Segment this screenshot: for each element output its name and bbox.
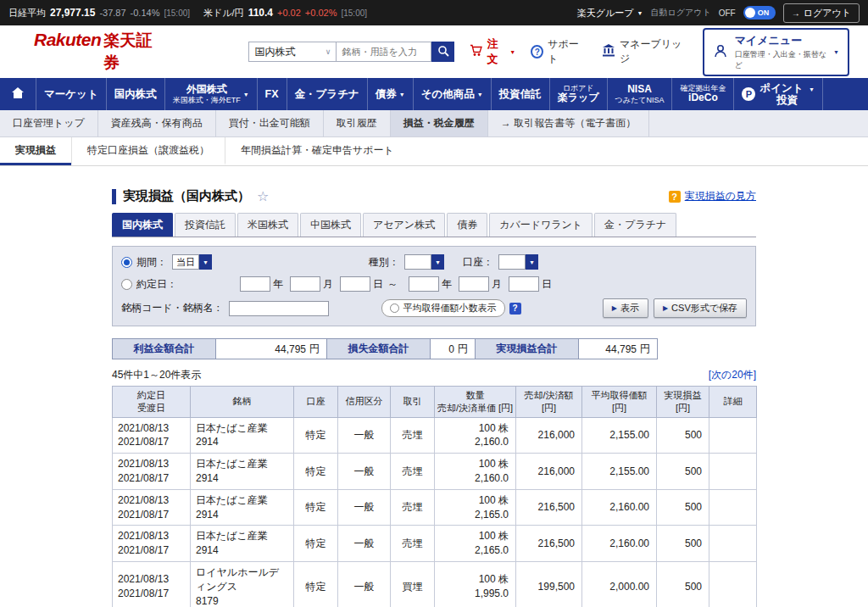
from-year-input[interactable]	[240, 276, 270, 292]
nav-item[interactable]: ロボアド 楽ラップ	[550, 78, 608, 110]
display-button[interactable]: ▶ 表示	[603, 298, 648, 318]
subnav-item[interactable]: 買付・出金可能額	[216, 110, 324, 136]
nav-point-line1: ポイント	[760, 82, 803, 94]
col-symbol: 銘柄	[191, 387, 294, 418]
product-tab-label: 債券	[457, 219, 477, 231]
cell-realized-pl: 500	[657, 526, 709, 562]
nav-item-line2: 楽ラップ	[558, 92, 599, 104]
nav-item[interactable]: 債券 ▼	[368, 78, 414, 110]
cell-margin-type: 一般	[338, 526, 391, 562]
nav-item[interactable]: 確定拠出年金 iDeCo	[672, 78, 734, 110]
subnav-item[interactable]: 資産残高・保有商品	[98, 110, 216, 136]
cell-symbol: 日本たばこ産業 2914	[191, 526, 294, 562]
pl-guide-link[interactable]: 実現損益の見方	[685, 189, 756, 203]
product-tab[interactable]: 投資信託	[175, 213, 236, 237]
nav-item-line1: その他商品	[421, 88, 475, 100]
order-menu-button[interactable]: 注文 ▼	[470, 36, 515, 67]
logout-button[interactable]: → ログアウト	[783, 3, 860, 23]
from-day-input[interactable]	[340, 276, 370, 292]
type-select[interactable]: ▼	[404, 254, 444, 270]
chevron-down-icon: ▼	[199, 254, 212, 270]
subnav-item-label: 資産残高・保有商品	[111, 116, 203, 131]
nav-item[interactable]: FX	[258, 78, 287, 110]
auto-logout-toggle[interactable]: ON	[743, 6, 776, 19]
search-input[interactable]	[337, 42, 431, 62]
subnav-item[interactable]: 口座管理トップ	[0, 110, 98, 136]
trade-date-radio[interactable]: 約定日：	[121, 277, 177, 292]
support-label: サポート	[548, 37, 587, 66]
period-radio[interactable]: 期間：	[121, 255, 167, 270]
section-tab[interactable]: 実現損益	[0, 137, 71, 165]
avg-price-decimal-button[interactable]: 平均取得価額小数表示	[381, 299, 505, 317]
cell-margin-type: 一般	[338, 454, 391, 490]
cell-quantity-price: 100 株 2,165.0	[435, 489, 516, 526]
product-tab[interactable]: 国内株式	[112, 213, 173, 237]
usdjpy-value: 110.4	[248, 7, 273, 19]
section-tab[interactable]: 年間損益計算・確定申告サポート	[225, 137, 409, 165]
product-tab[interactable]: 金・プラチナ	[594, 213, 676, 237]
nav-item[interactable]: NISA つみたてNISA	[608, 78, 673, 110]
usdjpy-change-pct: +0.02%	[305, 8, 337, 18]
type-select-value	[404, 254, 431, 270]
product-tab-label: アセアン株式	[373, 219, 435, 231]
cell-dates: 2021/08/13 2021/08/17	[113, 489, 191, 526]
subnav-item[interactable]: 取引履歴	[324, 110, 391, 136]
rakuten-group-link[interactable]: 楽天グループ ▼	[577, 7, 643, 19]
rakuten-logo[interactable]: Rakuten 楽天証券	[34, 30, 160, 74]
favorite-star-icon[interactable]: ☆	[257, 188, 269, 204]
product-tab[interactable]: アセアン株式	[363, 213, 445, 237]
from-month-input[interactable]	[290, 276, 320, 292]
section-tab-label: 年間損益計算・確定申告サポート	[241, 143, 394, 158]
cell-realized-pl: 500	[657, 454, 709, 490]
to-day-input[interactable]	[509, 276, 539, 292]
search-category-select[interactable]: 国内株式 ∨	[248, 42, 337, 62]
account-select[interactable]: ▼	[498, 254, 538, 270]
mymenu-subtitle: 口座管理・入出金・振替など	[735, 49, 826, 71]
cell-quantity-price: 100 株 2,160.0	[435, 454, 516, 490]
nav-item-line1: マーケット	[44, 88, 98, 100]
help-icon[interactable]: ?	[509, 303, 521, 315]
cell-symbol: 日本たばこ産業 2914	[191, 417, 294, 454]
logo-jp: 楽天証券	[103, 30, 160, 74]
cell-detail	[709, 454, 757, 490]
product-tab[interactable]: 米国株式	[237, 213, 298, 237]
subnav-item[interactable]: → 取引報告書等（電子書面）	[488, 110, 649, 136]
radio-selected-icon	[121, 257, 132, 268]
period-select[interactable]: 当日 ▼	[172, 254, 212, 270]
section-tab[interactable]: 特定口座損益（譲渡益税）	[71, 137, 225, 165]
account-sub-nav: 口座管理トップ 資産残高・保有商品 買付・出金可能額 取引履歴 損益・税金履歴 …	[0, 110, 868, 137]
nav-item[interactable]: その他商品 ▼	[414, 78, 492, 110]
nav-item[interactable]: 外国株式 米国株式・海外ETF ▼	[165, 78, 258, 110]
nav-item[interactable]: 金・プラチナ	[287, 78, 368, 110]
product-tab[interactable]: 債券	[447, 213, 487, 237]
subnav-item[interactable]: 損益・税金履歴	[391, 110, 488, 136]
nav-item[interactable]: マーケット	[36, 78, 107, 110]
nav-point-invest[interactable]: P ポイント ▼ 投資	[734, 78, 823, 110]
next-page-link[interactable]: [次の20件]	[709, 368, 756, 382]
nav-item[interactable]: 国内株式	[107, 78, 165, 110]
realized-pl-table: 約定日 受渡日 銘柄 口座 信用区分 取引 数量 売却/決済単価 [円] 売却/…	[112, 386, 757, 607]
chevron-down-icon: ▼	[509, 49, 515, 55]
csv-save-button[interactable]: ▶ CSV形式で保存	[654, 298, 747, 318]
support-link[interactable]: ? サポート	[531, 37, 587, 66]
product-tab[interactable]: カバードワラント	[489, 213, 593, 237]
nav-home[interactable]	[0, 78, 36, 110]
symbol-input[interactable]	[229, 301, 329, 316]
my-menu-button[interactable]: マイメニュー 口座管理・入出金・振替など ▼	[703, 28, 849, 76]
cell-margin-type: 一般	[338, 417, 391, 454]
chevron-down-icon: ▼	[809, 86, 815, 92]
cell-quantity-price: 100 株 2,165.0	[435, 526, 516, 562]
moneybridge-link[interactable]: マネーブリッジ	[602, 37, 687, 66]
product-tab-label: 米国株式	[248, 219, 288, 231]
product-tab[interactable]: 中国株式	[300, 213, 361, 237]
logout-label: ログアウト	[804, 7, 851, 19]
search-button[interactable]	[431, 42, 454, 62]
nav-item[interactable]: 投資信託	[492, 78, 550, 110]
cell-detail	[709, 417, 757, 454]
cell-account: 特定	[294, 489, 338, 526]
radio-unselected-icon	[121, 279, 132, 290]
nav-item-line2: 米国株式・海外ETF	[173, 96, 241, 104]
to-year-input[interactable]	[409, 276, 439, 292]
to-month-input[interactable]	[459, 276, 489, 292]
cell-sale-amount: 199,500	[516, 562, 582, 607]
